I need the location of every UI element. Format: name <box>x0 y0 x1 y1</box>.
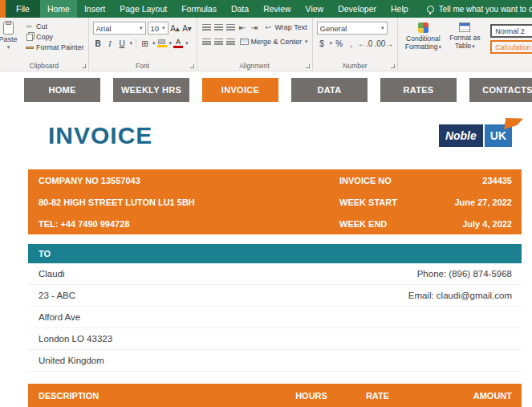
cell-style-calculation[interactable]: Calculation <box>490 40 532 54</box>
align-center-button[interactable] <box>213 36 224 47</box>
cut-label: Cut <box>36 22 47 31</box>
tab-data[interactable]: Data <box>224 0 256 18</box>
clipboard-group-label: Clipboard <box>0 62 88 70</box>
align-top-button[interactable] <box>201 22 212 33</box>
nav-data-button[interactable]: DATA <box>291 78 368 102</box>
chevron-down-icon: ▾ <box>472 43 475 49</box>
tab-review[interactable]: Review <box>256 0 298 18</box>
col-hours: HOURS <box>283 391 339 401</box>
items-table-header: DESCRIPTION HOURS RATE AMOUNT <box>28 384 522 407</box>
paste-label: Paste <box>0 35 18 43</box>
shrink-font-button[interactable]: A▾ <box>182 22 193 34</box>
contact-row: Claudi Phone: (896) 874-5968 <box>28 263 522 285</box>
align-bottom-button[interactable] <box>225 22 236 33</box>
conditional-formatting-label-2: Formatting▾ <box>405 43 441 51</box>
align-left-button[interactable] <box>201 36 212 47</box>
tab-insert[interactable]: Insert <box>77 0 112 18</box>
nav-invoice-button[interactable]: INVOICE <box>202 78 278 102</box>
tab-home[interactable]: Home <box>40 0 77 18</box>
col-amount: AMOUNT <box>416 391 512 401</box>
paste-button[interactable]: Paste ▾ <box>0 20 23 60</box>
italic-button[interactable]: I <box>105 38 116 49</box>
underline-button[interactable]: U <box>117 38 128 49</box>
invoice-info-banner: COMPANY NO 13557043 INVOICE NO 234435 80… <box>28 169 522 234</box>
week-end-value[interactable]: July 4, 2022 <box>424 219 512 229</box>
invoice-no-value[interactable]: 234435 <box>424 176 512 185</box>
percent-style-button[interactable]: % <box>334 38 344 49</box>
ribbon-tab-bar: File Home Insert Page Layout Formulas Da… <box>0 0 532 18</box>
align-left-icon <box>202 39 211 45</box>
font-name-value: Arial <box>96 24 112 33</box>
tab-formulas[interactable]: Formulas <box>174 0 224 18</box>
bold-button[interactable]: B <box>93 38 104 49</box>
clipboard-dialog-launcher[interactable] <box>82 64 86 68</box>
borders-button[interactable]: ⊞ <box>140 38 150 49</box>
increase-indent-button[interactable]: ⇥ <box>250 22 260 33</box>
contact-row: Alford Ave <box>28 307 522 328</box>
decrease-decimal-button[interactable]: .00→ <box>374 38 393 49</box>
cut-button[interactable]: ✂ Cut <box>25 22 84 31</box>
format-as-table-button[interactable]: Format as Table▾ <box>444 20 485 60</box>
divider <box>136 38 136 49</box>
conditional-formatting-button[interactable]: Conditional Formatting▾ <box>402 20 444 60</box>
fill-color-button[interactable] <box>157 39 167 47</box>
comma-style-button[interactable]: , <box>346 38 356 49</box>
font-color-bar <box>173 46 183 48</box>
recipient-address2-cell[interactable]: Alford Ave <box>39 312 80 322</box>
accent-sliver <box>0 0 6 18</box>
align-middle-button[interactable] <box>213 22 224 33</box>
tab-help[interactable]: Help <box>384 0 416 18</box>
font-dialog-launcher[interactable] <box>190 64 194 68</box>
recipient-name-cell[interactable]: Claudi <box>39 269 65 279</box>
recipient-address1-cell[interactable]: 23 - ABC <box>39 291 75 300</box>
company-tel-cell[interactable]: TEL: +44 7490 994728 <box>39 219 339 229</box>
recipient-country-cell[interactable]: United Kingdom <box>39 356 104 365</box>
align-right-button[interactable] <box>225 36 236 47</box>
nav-home-button[interactable]: HOME <box>24 78 100 102</box>
font-size-select[interactable]: 10 ▾ <box>148 22 169 35</box>
align-right-icon <box>226 39 235 45</box>
recipient-city-cell[interactable]: London LO 43323 <box>39 334 112 344</box>
align-bottom-icon <box>226 24 235 31</box>
nav-contacts-button[interactable]: CONTACTS <box>469 78 532 102</box>
font-color-button[interactable]: A <box>173 39 183 48</box>
increase-decimal-button[interactable]: ←.0 <box>358 38 372 49</box>
copy-button[interactable]: Copy <box>25 33 84 41</box>
tab-developer[interactable]: Developer <box>331 0 384 18</box>
accounting-format-button[interactable]: $ <box>317 38 327 49</box>
conditional-formatting-icon <box>418 22 428 33</box>
recipient-phone-cell[interactable]: Phone: (896) 874-5968 <box>417 269 512 279</box>
week-start-value[interactable]: June 27, 2022 <box>424 197 512 207</box>
merge-center-button[interactable]: Merge & Center ▾ <box>240 38 308 46</box>
number-format-select[interactable]: General ▾ <box>317 22 388 35</box>
align-top-icon <box>202 24 211 31</box>
invoice-title: INVOICE <box>48 122 152 149</box>
nav-weekly-hrs-button[interactable]: WEEKLY HRS <box>113 78 189 102</box>
chevron-down-icon: ▾ <box>152 40 156 47</box>
chevron-down-icon: ▾ <box>185 40 189 47</box>
font-size-value: 10 <box>151 24 160 33</box>
number-dialog-launcher[interactable] <box>391 64 395 68</box>
number-group-label: Number <box>313 62 398 70</box>
align-center-icon <box>214 39 223 45</box>
nav-rates-button[interactable]: RATES <box>380 78 457 102</box>
recipient-email-cell[interactable]: Email: claudi@gmail.com <box>408 291 512 300</box>
grow-font-button[interactable]: A▴ <box>170 22 181 34</box>
company-no-cell[interactable]: COMPANY NO 13557043 <box>39 176 339 185</box>
decrease-indent-button[interactable]: ⇤ <box>238 22 248 33</box>
cell-style-normal-2[interactable]: Normal 2 <box>490 24 532 38</box>
tab-page-layout[interactable]: Page Layout <box>112 0 174 18</box>
tell-me-box[interactable]: Tell me what you want to do <box>427 0 532 18</box>
format-painter-button[interactable]: Format Painter <box>25 43 84 51</box>
wrap-text-button[interactable]: ↩ Wrap Text <box>264 23 307 31</box>
tab-view[interactable]: View <box>298 0 331 18</box>
font-name-select[interactable]: Arial ▾ <box>93 22 146 35</box>
contact-row: 23 - ABC Email: claudi@gmail.com <box>28 285 522 307</box>
alignment-group: ⇤ ⇥ ↩ Wrap Text Merge & Center ▾ <box>197 18 313 71</box>
company-address-cell[interactable]: 80-82 HIGH STREET LUTON LU1 5BH <box>39 197 339 207</box>
brush-icon-wrap <box>25 47 34 49</box>
excel-window: File Home Insert Page Layout Formulas Da… <box>0 0 532 407</box>
format-painter-label: Format Painter <box>36 43 84 51</box>
alignment-dialog-launcher[interactable] <box>306 64 310 68</box>
tab-file[interactable]: File <box>6 0 40 18</box>
